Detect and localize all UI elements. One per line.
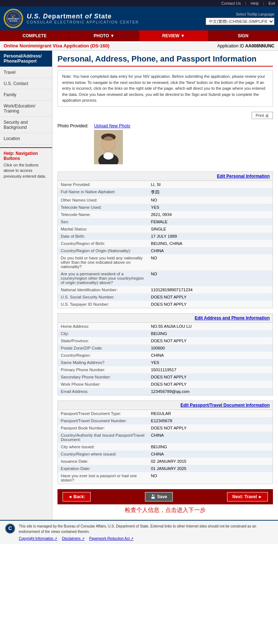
tooltip-label: Select Tooltip Language bbox=[236, 12, 274, 16]
paperwork-link[interactable]: Paperwork Reduction Act ↗ bbox=[89, 537, 133, 541]
help-title: Help: Navigation Buttons bbox=[4, 151, 48, 161]
field-value: DOES NOT APPLY bbox=[148, 424, 273, 432]
field-label: Sex: bbox=[58, 218, 148, 225]
field-label: Primary Phone Number: bbox=[58, 366, 148, 373]
page-title: Personal, Address, Phone, and Passport I… bbox=[57, 54, 273, 67]
tab-photo[interactable]: PHOTO ▼ bbox=[69, 30, 139, 41]
field-label: Other Names Used: bbox=[58, 196, 148, 204]
field-value: CHINA bbox=[148, 247, 273, 254]
photo-label: Photo Provided: bbox=[57, 123, 88, 128]
tab-complete[interactable]: COMPLETE bbox=[0, 30, 69, 41]
field-label: Passport/Travel Document Number: bbox=[58, 417, 148, 424]
us-seal: U.S. DEPARTMENT OF STATE 🦅 bbox=[4, 9, 23, 28]
sidebar-item-location[interactable]: Location bbox=[0, 133, 52, 144]
top-bar: Contact Us | Help | Exit bbox=[0, 0, 278, 7]
table-row: City:BEIJING bbox=[58, 330, 273, 337]
field-value: YES bbox=[148, 204, 273, 211]
svg-text:🦅: 🦅 bbox=[11, 15, 16, 19]
svg-text:OF STATE: OF STATE bbox=[9, 20, 17, 22]
table-row: Postal Zone/ZIP Code:100600 bbox=[58, 344, 273, 352]
help-link[interactable]: Help bbox=[251, 1, 259, 5]
sidebar-item-travel[interactable]: Travel bbox=[0, 67, 52, 78]
chinese-note: 检查个人信息，点击进入下一步 bbox=[57, 504, 273, 516]
footer-text-area: This site is managed by the Bureau of Co… bbox=[19, 524, 273, 541]
field-value: SINGLE bbox=[148, 225, 273, 233]
sidebar-item-us-contact[interactable]: U.S. Contact bbox=[0, 78, 52, 89]
table-row: Passport Book Number:DOES NOT APPLY bbox=[58, 424, 273, 432]
sidebar-item-security[interactable]: Security and Background bbox=[0, 117, 52, 133]
svg-point-8 bbox=[103, 152, 114, 160]
help-text: Click on the buttons above to access pre… bbox=[4, 162, 48, 179]
field-label: Have you ever lost a passport or had one… bbox=[58, 472, 148, 484]
table-row: Are you a permanent resident of a countr… bbox=[58, 270, 273, 286]
back-button[interactable]: ◄ Back: bbox=[63, 492, 91, 501]
contact-us-link[interactable]: Contact Us bbox=[221, 1, 241, 5]
table-row: Secondary Phone Number:DOES NOT APPLY bbox=[58, 373, 273, 381]
field-value: DOES NOT APPLY bbox=[148, 337, 273, 344]
table-row: Telecode Name Used:YES bbox=[58, 204, 273, 211]
sidebar-item-work[interactable]: Work/Education/Training bbox=[0, 101, 52, 117]
print-button[interactable]: Print 🖨 bbox=[252, 112, 273, 119]
field-label: Same Mailing Address? bbox=[58, 359, 148, 366]
language-select[interactable]: 中文(繁體) (CHINESE-SIMPLIFIED) bbox=[206, 18, 274, 25]
table-row: Issuance Date:02 JANUARY 2015 bbox=[58, 458, 273, 465]
table-row: Country/Region where issued:CHINA bbox=[58, 450, 273, 458]
field-value: BEIJING bbox=[148, 330, 273, 337]
field-value: LI, SI bbox=[148, 181, 273, 188]
field-label: Secondary Phone Number: bbox=[58, 373, 148, 381]
sidebar: Personal/Address/Phone/Passport Travel U… bbox=[0, 51, 52, 520]
sidebar-item-family[interactable]: Family bbox=[0, 89, 52, 101]
edit-personal-link[interactable]: Edit Personal Information bbox=[217, 174, 270, 179]
disclaimers-link[interactable]: Disclaimers ↗ bbox=[62, 537, 84, 541]
field-value: DOES NOT APPLY bbox=[148, 293, 273, 301]
table-row: Country/Region of Birth:BEIJING, CHINA bbox=[58, 240, 273, 247]
footer-logo-area: C This site is managed by the Bureau of … bbox=[5, 524, 273, 541]
main-layout: Personal/Address/Phone/Passport Travel U… bbox=[0, 51, 278, 520]
field-value: CHINA bbox=[148, 450, 273, 458]
table-row: Same Mailing Address?YES bbox=[58, 359, 273, 366]
copyright-link[interactable]: Copyright Information ↗ bbox=[19, 537, 57, 541]
table-row: Sex:FEMALE bbox=[58, 218, 273, 225]
save-button[interactable]: 💾 Save bbox=[145, 492, 172, 501]
field-value: NO.55 ANJIA LOU LU bbox=[148, 323, 273, 330]
header-left: U.S. DEPARTMENT OF STATE 🦅 U.S. Departme… bbox=[4, 9, 139, 28]
exit-link[interactable]: Exit bbox=[269, 1, 275, 5]
field-value: NO bbox=[148, 254, 273, 270]
field-label: Country/Region of Origin (Nationality): bbox=[58, 247, 148, 254]
table-row: City where issued:BEIJING bbox=[58, 443, 273, 450]
field-label: Do you hold or have you held any nationa… bbox=[58, 254, 148, 270]
field-value: 15011119517 bbox=[148, 366, 273, 373]
app-id-value: AA008NNUNC bbox=[245, 43, 274, 48]
table-row: Telecode Name:2621, 0934 bbox=[58, 211, 273, 218]
field-label: Expiration Date: bbox=[58, 465, 148, 472]
field-value: YES bbox=[148, 359, 273, 366]
next-button[interactable]: Next: Travel ► bbox=[227, 492, 268, 501]
app-id: Application ID AA008NNUNC bbox=[217, 43, 274, 48]
tab-review[interactable]: REVIEW ▼ bbox=[139, 30, 209, 41]
field-value: 100600 bbox=[148, 344, 273, 352]
footer-text: This site is managed by the Bureau of Co… bbox=[19, 524, 273, 534]
field-label: Issuance Date: bbox=[58, 458, 148, 465]
sidebar-item-personal[interactable]: Personal/Address/Phone/Passport bbox=[0, 51, 52, 67]
passport-info-section: Edit Passport/Travel Document Informatio… bbox=[57, 401, 273, 484]
table-row: Do you hold or have you held any nationa… bbox=[58, 254, 273, 270]
field-value: CHINA bbox=[148, 432, 273, 443]
personal-info-table: Name Provided:LI, SIFull Name in Native … bbox=[58, 181, 273, 308]
table-row: Other Names Used:NO bbox=[58, 196, 273, 204]
field-label: U.S. Social Security Number: bbox=[58, 293, 148, 301]
field-value: DOES NOT APPLY bbox=[148, 373, 273, 381]
field-label: U.S. Taxpayer ID Number: bbox=[58, 301, 148, 308]
footer: C This site is managed by the Bureau of … bbox=[0, 520, 278, 544]
dept-name: U.S. Department of State bbox=[27, 13, 139, 20]
table-row: Country/Region:CHINA bbox=[58, 352, 273, 359]
tab-sign[interactable]: SIGN bbox=[209, 30, 278, 41]
field-label: Postal Zone/ZIP Code: bbox=[58, 344, 148, 352]
field-label: National Identification Number: bbox=[58, 286, 148, 293]
upload-photo-link[interactable]: Upload New Photo bbox=[94, 123, 130, 128]
field-value: DOES NOT APPLY bbox=[148, 381, 273, 388]
field-label: Country/Authority that Issued Passport/T… bbox=[58, 432, 148, 443]
edit-passport-link[interactable]: Edit Passport/Travel Document Informatio… bbox=[180, 403, 270, 408]
table-row: Name Provided:LI, SI bbox=[58, 181, 273, 188]
footer-logo: C bbox=[5, 524, 15, 534]
edit-address-link[interactable]: Edit Address and Phone Information bbox=[194, 315, 270, 321]
